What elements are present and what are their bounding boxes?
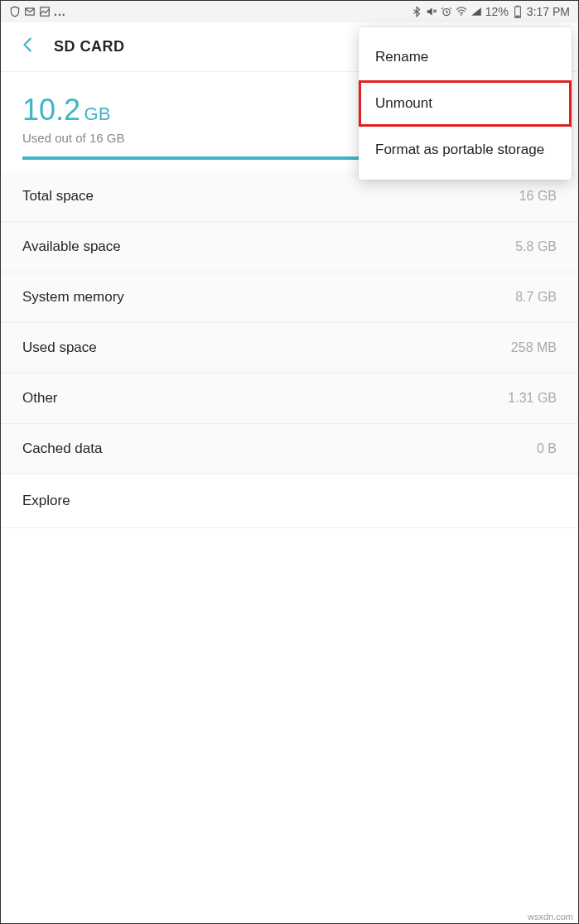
svg-rect-7 — [517, 6, 519, 7]
row-label: System memory — [22, 289, 124, 306]
row-label: Available space — [22, 238, 121, 255]
menu-item-label: Format as portable storage — [375, 142, 544, 157]
row-system-memory: System memory 8.7 GB — [1, 272, 578, 323]
storage-stats-list: Total space 16 GB Available space 5.8 GB… — [1, 171, 578, 474]
row-value: 16 GB — [519, 189, 557, 204]
page-title: SD CARD — [54, 38, 125, 55]
battery-icon — [512, 6, 524, 17]
explore-button[interactable]: Explore — [1, 474, 578, 528]
wifi-icon — [456, 6, 467, 17]
picture-icon — [39, 6, 51, 17]
bluetooth-icon — [411, 6, 422, 17]
overflow-menu: Rename Unmount Format as portable storag… — [359, 27, 572, 180]
row-label: Total space — [22, 188, 94, 205]
menu-item-label: Unmount — [375, 95, 432, 111]
row-label: Used space — [22, 339, 97, 356]
svg-rect-8 — [516, 16, 520, 17]
row-value: 0 B — [537, 441, 557, 456]
svg-rect-1 — [41, 7, 50, 17]
menu-item-rename[interactable]: Rename — [359, 34, 572, 80]
row-label: Other — [22, 390, 58, 407]
back-button[interactable] — [11, 34, 54, 60]
battery-percent: 12% — [485, 5, 509, 18]
status-time: 3:17 PM — [527, 5, 570, 18]
row-used-space[interactable]: Used space 258 MB — [1, 323, 578, 373]
signal-icon — [470, 6, 482, 17]
status-bar: ... 12% 3:17 PM — [1, 1, 578, 22]
row-value: 8.7 GB — [515, 290, 557, 305]
status-left: ... — [9, 5, 66, 18]
explore-label: Explore — [22, 493, 70, 509]
svg-point-5 — [461, 14, 462, 16]
menu-item-unmount[interactable]: Unmount — [359, 80, 572, 127]
used-unit: GB — [84, 103, 111, 124]
menu-item-label: Rename — [375, 49, 428, 65]
mail-icon — [24, 6, 36, 17]
watermark: wsxdn.com — [528, 912, 573, 922]
row-cached-data[interactable]: Cached data 0 B — [1, 424, 578, 474]
mute-icon — [426, 6, 437, 17]
row-value: 258 MB — [511, 340, 557, 355]
status-right: 12% 3:17 PM — [411, 5, 570, 18]
menu-item-format[interactable]: Format as portable storage — [359, 127, 572, 173]
status-ellipsis: ... — [54, 5, 66, 18]
used-value: 10.2 — [22, 93, 80, 127]
alarm-icon — [441, 6, 452, 17]
shield-icon — [9, 6, 21, 17]
row-label: Cached data — [22, 440, 102, 457]
row-value: 5.8 GB — [515, 239, 557, 254]
row-value: 1.31 GB — [508, 391, 557, 406]
row-available-space: Available space 5.8 GB — [1, 222, 578, 272]
row-other[interactable]: Other 1.31 GB — [1, 373, 578, 424]
explore-section: Explore — [1, 474, 578, 528]
